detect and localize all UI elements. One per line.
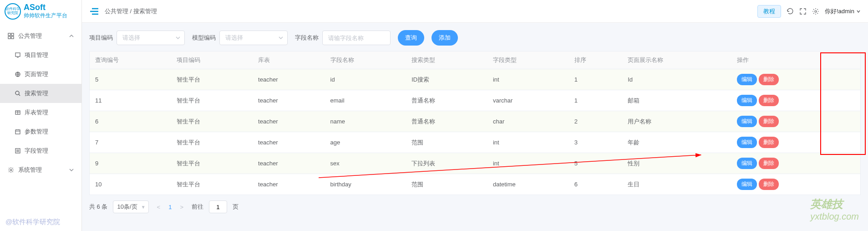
pagination: 共 6 条 10条/页 ▼ < 1 > 前往 页: [89, 200, 861, 213]
menu-item-page[interactable]: 页面管理: [0, 65, 81, 84]
table-cell: int: [487, 69, 569, 90]
table-cell: teacher: [253, 69, 325, 90]
table-cell-ops: 编辑删除: [731, 174, 860, 195]
table-cell: char: [487, 111, 569, 132]
edit-button[interactable]: 编辑: [737, 179, 757, 190]
filter-bar: 项目编码 请选择 模型编码 请选择 字段名称: [89, 30, 861, 46]
refresh-icon[interactable]: [787, 8, 794, 15]
breadcrumb-parent[interactable]: 公共管理: [105, 8, 128, 15]
svg-rect-0: [8, 33, 10, 36]
logo: 软件科学研究院 ASoft 帅帅软件生产平台: [0, 0, 81, 23]
table-cell: 10: [90, 174, 172, 195]
table-cell: 年龄: [622, 132, 731, 153]
menu-item-label: 项目管理: [25, 51, 48, 59]
pagination-goto-input[interactable]: [209, 200, 227, 213]
edit-button[interactable]: 编辑: [737, 137, 757, 148]
content: 项目编码 请选择 模型编码 请选择 字段名称: [82, 23, 868, 221]
pagesize-value: 10条/页: [117, 203, 137, 211]
search-button[interactable]: 查询: [398, 30, 424, 46]
main-area: 公共管理 / 搜索管理 教程 你好!admin 项目编码 请选择: [82, 0, 868, 231]
topbar: 公共管理 / 搜索管理 教程 你好!admin: [82, 0, 868, 23]
tutorial-button[interactable]: 教程: [757, 5, 781, 18]
menu-item-search[interactable]: 搜索管理: [0, 84, 81, 103]
table-cell: 2: [569, 111, 623, 132]
table-cell: 智生平台: [171, 153, 253, 174]
collapse-sidebar-icon[interactable]: [89, 7, 99, 15]
delete-button[interactable]: 删除: [759, 95, 779, 106]
table-row: 10智生平台teacherbirthday范围datetime6生日编辑删除: [90, 174, 861, 195]
chevron-down-icon: [856, 9, 861, 14]
table-header: 搜索类型: [406, 51, 487, 69]
table-cell-ops: 编辑删除: [731, 90, 860, 111]
menu-item-fields[interactable]: 字段管理: [0, 141, 81, 160]
table-cell: 普通名称: [406, 111, 487, 132]
menu-item-params[interactable]: 参数管理: [0, 122, 81, 141]
delete-button[interactable]: 删除: [759, 179, 779, 190]
filter-field-label: 字段名称: [295, 34, 319, 42]
table-row: 7智生平台teacherage范围int3年龄编辑删除: [90, 132, 861, 153]
delete-button[interactable]: 删除: [759, 137, 779, 148]
table-cell: 智生平台: [171, 90, 253, 111]
filter-project-label: 项目编码: [89, 34, 113, 42]
table-cell: int: [487, 132, 569, 153]
chevron-up-icon: [69, 33, 74, 39]
breadcrumb-current: 搜索管理: [133, 8, 157, 15]
table-cell: 5: [90, 69, 172, 90]
table-header: 页面展示名称: [622, 51, 731, 69]
pagination-next[interactable]: >: [177, 204, 186, 210]
table-cell: 3: [569, 132, 623, 153]
add-button[interactable]: 添加: [431, 30, 458, 46]
table-cell: 7: [90, 132, 172, 153]
svg-rect-1: [11, 33, 14, 36]
menu-group-public[interactable]: 公共管理: [0, 26, 81, 46]
filter-project-select[interactable]: 请选择: [117, 31, 185, 45]
menu-item-table[interactable]: 库表管理: [0, 103, 81, 122]
svg-rect-2: [8, 36, 10, 39]
table-cell-ops: 编辑删除: [731, 132, 860, 153]
pagination-prev[interactable]: <: [154, 204, 163, 210]
menu-item-project[interactable]: 项目管理: [0, 46, 81, 65]
chevron-down-icon: [278, 35, 284, 41]
logo-title: ASoft: [24, 3, 67, 12]
svg-rect-3: [11, 36, 14, 39]
sidebar: 软件科学研究院 ASoft 帅帅软件生产平台 公共管理 项目管理: [0, 0, 82, 231]
table-cell-ops: 编辑删除: [731, 111, 860, 132]
table-header: 项目编码: [171, 51, 253, 69]
delete-button[interactable]: 删除: [759, 158, 779, 169]
menu-group-label: 系统管理: [18, 166, 42, 174]
edit-button[interactable]: 编辑: [737, 74, 757, 85]
table-cell: sex: [325, 153, 406, 174]
filter-model-select[interactable]: 请选择: [219, 31, 288, 45]
svg-point-6: [15, 91, 19, 95]
menu-item-label: 字段管理: [25, 147, 48, 155]
table-cell: 6: [90, 111, 172, 132]
menu-group-system[interactable]: 系统管理: [0, 160, 81, 180]
delete-button[interactable]: 删除: [759, 116, 779, 127]
delete-button[interactable]: 删除: [759, 74, 779, 85]
table-row: 9智生平台teachersex下拉列表int5性别编辑删除: [90, 153, 861, 174]
filter-field-input[interactable]: [322, 31, 391, 45]
table-cell-ops: 编辑删除: [731, 69, 860, 90]
table-row: 5智生平台teacheridID搜索int1Id编辑删除: [90, 69, 861, 90]
chevron-down-icon: [69, 167, 74, 173]
table-cell-ops: 编辑删除: [731, 153, 860, 174]
menu-item-label: 库表管理: [25, 108, 48, 117]
edit-button[interactable]: 编辑: [737, 116, 757, 127]
pagination-current[interactable]: 1: [168, 204, 172, 210]
edit-button[interactable]: 编辑: [737, 95, 757, 106]
table-header: 查询编号: [90, 51, 172, 69]
search-icon: [15, 90, 21, 97]
svg-rect-8: [15, 130, 20, 134]
table-cell: 普通名称: [406, 90, 487, 111]
pagination-pagesize-select[interactable]: 10条/页 ▼: [113, 200, 148, 213]
list-icon: [15, 148, 21, 154]
table-cell: varchar: [487, 90, 569, 111]
table-row: 6智生平台teachername普通名称char2用户名称编辑删除: [90, 111, 861, 132]
edit-button[interactable]: 编辑: [737, 158, 757, 169]
fullscreen-icon[interactable]: [799, 8, 807, 15]
settings-icon[interactable]: [812, 8, 819, 15]
menu-group-label: 公共管理: [18, 32, 42, 40]
table-cell: 邮箱: [622, 90, 731, 111]
pagination-goto-label: 前往: [192, 203, 203, 211]
user-menu[interactable]: 你好!admin: [825, 7, 861, 15]
